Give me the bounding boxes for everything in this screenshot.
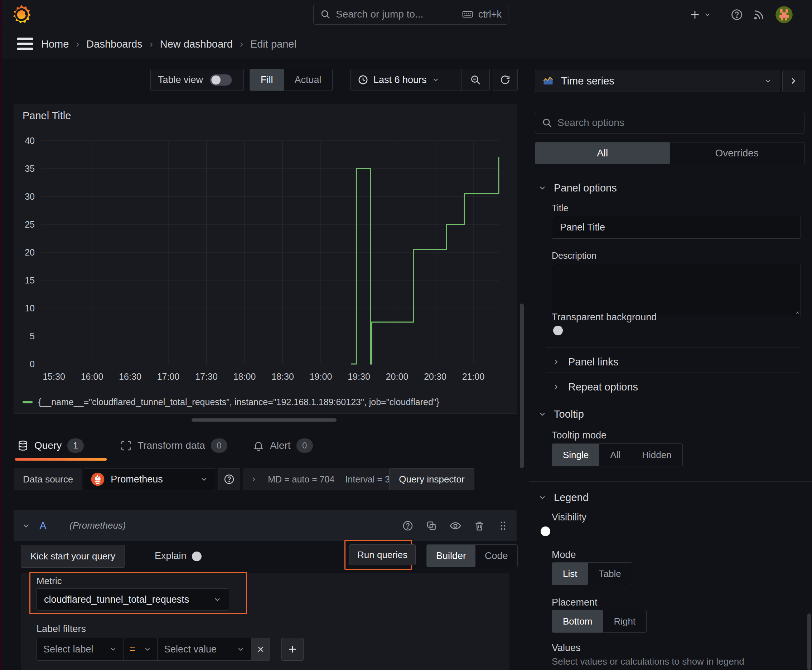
datasource-row: Data source Prometheus MD = auto = 704 I… [14, 468, 475, 490]
timeseries-viz-icon [542, 76, 554, 86]
legend-placement-right[interactable]: Right [603, 610, 646, 633]
section-title: Panel options [554, 182, 617, 194]
run-queries-button[interactable]: Run queries [349, 544, 416, 565]
datasource-picker[interactable]: Prometheus [84, 468, 215, 490]
viz-picker[interactable]: Time series [535, 70, 780, 92]
svg-text:18:00: 18:00 [234, 372, 256, 382]
add-button[interactable] [689, 9, 711, 20]
options-pane-scrollbar[interactable] [807, 613, 811, 670]
filter-tab-all[interactable]: All [535, 142, 670, 164]
breadcrumb-separator: › [76, 39, 79, 50]
tab-alert[interactable]: Alert 0 [253, 431, 313, 460]
svg-text:17:30: 17:30 [195, 372, 218, 382]
breadcrumb-home[interactable]: Home [41, 38, 69, 50]
options-pane: Time series All Overrides Panel options … [529, 59, 812, 670]
section-panel-options[interactable]: Panel options [538, 177, 617, 199]
breadcrumb-dashboards[interactable]: Dashboards [86, 38, 142, 50]
resize-corner-icon[interactable] [792, 307, 800, 315]
actual-option[interactable]: Actual [284, 69, 332, 91]
label-filter-row: Select label = Select value [37, 638, 303, 661]
svg-text:20:30: 20:30 [424, 372, 446, 382]
tab-query-count: 1 [67, 438, 84, 453]
nav-bar: Home › Dashboards › New dashboard › Edit… [0, 29, 812, 59]
filter-tab-overrides[interactable]: Overrides [670, 142, 805, 164]
search-shortcut: ctrl+k [478, 9, 502, 20]
grafana-logo[interactable] [11, 3, 32, 25]
datasource-help-button[interactable] [218, 468, 240, 490]
search-icon [320, 9, 331, 20]
zoom-out-icon [470, 74, 481, 86]
breadcrumb-separator: › [150, 39, 153, 50]
svg-text:35: 35 [25, 164, 35, 174]
global-search[interactable]: Search or jump to... ctrl+k [313, 4, 509, 25]
toggle-visibility-icon[interactable] [449, 520, 461, 532]
panel-title[interactable]: Panel Title [22, 110, 71, 122]
label-filters-label: Label filters [37, 623, 86, 634]
prometheus-icon [91, 472, 105, 486]
panel-title-input[interactable] [552, 216, 801, 239]
tooltip-mode-all[interactable]: All [599, 444, 631, 466]
query-help-icon[interactable] [402, 520, 414, 531]
menu-toggle[interactable] [17, 37, 33, 51]
select-label-dropdown[interactable]: Select label [37, 638, 124, 661]
chevron-right-icon[interactable] [250, 475, 257, 484]
options-search-input[interactable] [558, 117, 798, 129]
close-icon [256, 645, 265, 654]
legend-values-label: Values [552, 643, 581, 653]
table-view-toggle[interactable] [210, 74, 232, 85]
chevron-down-icon [237, 645, 244, 653]
legend-placement-bottom[interactable]: Bottom [552, 610, 603, 633]
panel-links-section[interactable]: Panel links [552, 352, 618, 372]
duplicate-icon[interactable] [425, 520, 437, 531]
query-datasource-hint: (Prometheus) [70, 520, 393, 531]
code-option[interactable]: Code [475, 545, 517, 567]
collapse-chevron-icon[interactable] [22, 521, 31, 530]
help-icon[interactable] [731, 8, 743, 21]
datasource-name: Prometheus [111, 474, 194, 485]
avatar[interactable] [775, 5, 793, 24]
tooltip-mode-hidden[interactable]: Hidden [631, 444, 682, 466]
tab-query[interactable]: Query 1 [17, 431, 84, 460]
tooltip-mode-single[interactable]: Single [552, 444, 599, 466]
remove-filter-button[interactable] [251, 638, 270, 661]
legend-mode-table[interactable]: Table [588, 563, 632, 585]
add-filter-button[interactable] [281, 638, 303, 661]
panel-resize-handle[interactable] [192, 418, 337, 421]
tab-transform[interactable]: Transform data 0 [120, 431, 227, 460]
collapse-pane-button[interactable] [782, 70, 805, 92]
query-ref-id[interactable]: A [39, 520, 47, 532]
fill-option[interactable]: Fill [250, 69, 284, 91]
breadcrumb: Home › Dashboards › New dashboard › Edit… [41, 29, 297, 59]
svg-text:16:30: 16:30 [119, 372, 141, 382]
panel-description-input[interactable] [552, 264, 801, 316]
question-circle-icon [224, 474, 235, 485]
chevron-down-icon [538, 493, 547, 502]
options-search[interactable] [535, 112, 805, 134]
repeat-options-label: Repeat options [568, 381, 638, 393]
drag-handle-icon[interactable] [497, 520, 509, 531]
time-picker[interactable]: Last 6 hours [350, 69, 490, 91]
select-value-dropdown[interactable]: Select value [158, 638, 251, 661]
hamburger-icon [17, 37, 33, 40]
breadcrumb-new-dashboard[interactable]: New dashboard [160, 38, 233, 50]
tab-query-label: Query [34, 440, 61, 451]
refresh-button[interactable] [493, 69, 518, 91]
delete-query-icon[interactable] [474, 520, 485, 531]
chevron-down-icon [538, 184, 547, 192]
query-row-header[interactable]: A (Prometheus) [14, 510, 517, 541]
subsection-divider [546, 372, 801, 373]
kick-start-query-button[interactable]: Kick start your query [21, 545, 125, 568]
chevron-down-icon [144, 645, 151, 653]
query-inspector-button[interactable]: Query inspector [389, 468, 475, 490]
chart-legend[interactable]: {__name__="cloudflared_tunnel_total_requ… [22, 397, 439, 407]
repeat-options-section[interactable]: Repeat options [552, 377, 638, 397]
chevron-right-icon [552, 382, 560, 391]
legend-mode-list[interactable]: List [552, 563, 588, 585]
zoom-out-button[interactable] [461, 74, 490, 86]
section-tooltip[interactable]: Tooltip [538, 403, 584, 425]
metric-select[interactable]: cloudflared_tunnel_total_requests [37, 589, 229, 611]
news-rss-icon[interactable] [753, 8, 765, 21]
section-legend[interactable]: Legend [538, 487, 588, 508]
operator-dropdown[interactable]: = [124, 638, 158, 661]
builder-option[interactable]: Builder [427, 545, 475, 567]
